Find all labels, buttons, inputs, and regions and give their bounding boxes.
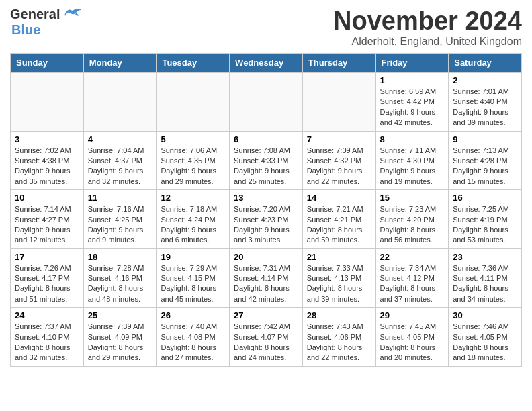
calendar-cell: 3Sunrise: 7:02 AM Sunset: 4:38 PM Daylig…: [11, 131, 84, 190]
day-number: 19: [161, 252, 225, 262]
calendar-cell: 23Sunrise: 7:36 AM Sunset: 4:11 PM Dayli…: [449, 248, 522, 308]
day-number: 14: [307, 193, 371, 203]
calendar-cell: [230, 73, 303, 132]
calendar-cell: 26Sunrise: 7:40 AM Sunset: 4:08 PM Dayli…: [157, 308, 230, 367]
calendar-cell: 6Sunrise: 7:08 AM Sunset: 4:33 PM Daylig…: [230, 131, 303, 190]
calendar-cell: 8Sunrise: 7:11 AM Sunset: 4:30 PM Daylig…: [375, 131, 449, 190]
day-info: Sunrise: 7:28 AM Sunset: 4:16 PM Dayligh…: [88, 263, 152, 305]
calendar-week-1: 1Sunrise: 6:59 AM Sunset: 4:42 PM Daylig…: [11, 73, 522, 132]
weekday-row: SundayMondayTuesdayWednesdayThursdayFrid…: [11, 54, 522, 73]
day-info: Sunrise: 7:04 AM Sunset: 4:37 PM Dayligh…: [88, 146, 152, 187]
day-info: Sunrise: 7:25 AM Sunset: 4:19 PM Dayligh…: [453, 204, 517, 246]
day-info: Sunrise: 7:14 AM Sunset: 4:27 PM Dayligh…: [15, 204, 79, 246]
calendar-week-4: 17Sunrise: 7:26 AM Sunset: 4:17 PM Dayli…: [11, 248, 522, 308]
calendar-week-5: 24Sunrise: 7:37 AM Sunset: 4:10 PM Dayli…: [11, 308, 522, 367]
day-info: Sunrise: 7:01 AM Sunset: 4:40 PM Dayligh…: [453, 87, 517, 128]
day-number: 16: [453, 193, 517, 203]
day-number: 15: [380, 193, 445, 203]
location-subtitle: Alderholt, England, United Kingdom: [333, 36, 522, 48]
day-number: 25: [88, 310, 152, 320]
logo-bird-icon: [62, 7, 83, 22]
calendar-cell: [11, 73, 84, 132]
day-info: Sunrise: 7:06 AM Sunset: 4:35 PM Dayligh…: [161, 146, 225, 187]
day-number: 5: [161, 134, 225, 144]
day-number: 6: [234, 134, 298, 144]
weekday-header-thursday: Thursday: [302, 54, 375, 73]
day-number: 9: [453, 134, 517, 144]
day-number: 28: [307, 310, 371, 320]
calendar-cell: 2Sunrise: 7:01 AM Sunset: 4:40 PM Daylig…: [449, 73, 522, 132]
calendar-cell: [83, 73, 157, 132]
day-number: 27: [234, 310, 298, 320]
day-number: 20: [234, 252, 298, 262]
day-number: 30: [453, 310, 517, 320]
calendar-cell: 11Sunrise: 7:16 AM Sunset: 4:25 PM Dayli…: [83, 190, 157, 249]
day-info: Sunrise: 7:26 AM Sunset: 4:17 PM Dayligh…: [15, 263, 79, 305]
day-info: Sunrise: 7:23 AM Sunset: 4:20 PM Dayligh…: [380, 204, 445, 246]
calendar-cell: 16Sunrise: 7:25 AM Sunset: 4:19 PM Dayli…: [449, 190, 522, 249]
day-number: 3: [15, 134, 79, 144]
day-number: 26: [161, 310, 225, 320]
day-info: Sunrise: 7:40 AM Sunset: 4:08 PM Dayligh…: [161, 322, 225, 363]
day-number: 10: [15, 193, 79, 203]
day-number: 21: [307, 252, 371, 262]
calendar-header: SundayMondayTuesdayWednesdayThursdayFrid…: [11, 54, 522, 73]
calendar-cell: 29Sunrise: 7:45 AM Sunset: 4:05 PM Dayli…: [375, 308, 449, 367]
header: General Blue November 2024 Alderholt, En…: [10, 7, 522, 48]
day-number: 8: [380, 134, 445, 144]
calendar-cell: 7Sunrise: 7:09 AM Sunset: 4:32 PM Daylig…: [302, 131, 375, 190]
day-info: Sunrise: 6:59 AM Sunset: 4:42 PM Dayligh…: [380, 87, 445, 128]
calendar-cell: 30Sunrise: 7:46 AM Sunset: 4:05 PM Dayli…: [449, 308, 522, 367]
calendar-cell: 20Sunrise: 7:31 AM Sunset: 4:14 PM Dayli…: [230, 248, 303, 308]
day-info: Sunrise: 7:43 AM Sunset: 4:06 PM Dayligh…: [307, 322, 371, 363]
calendar-cell: 18Sunrise: 7:28 AM Sunset: 4:16 PM Dayli…: [83, 248, 157, 308]
day-info: Sunrise: 7:31 AM Sunset: 4:14 PM Dayligh…: [234, 263, 298, 305]
day-info: Sunrise: 7:09 AM Sunset: 4:32 PM Dayligh…: [307, 146, 371, 187]
day-info: Sunrise: 7:33 AM Sunset: 4:13 PM Dayligh…: [307, 263, 371, 305]
day-number: 2: [453, 75, 517, 85]
logo-blue-text: Blue: [11, 22, 40, 38]
weekday-header-friday: Friday: [375, 54, 449, 73]
calendar-week-2: 3Sunrise: 7:02 AM Sunset: 4:38 PM Daylig…: [11, 131, 522, 190]
day-info: Sunrise: 7:39 AM Sunset: 4:09 PM Dayligh…: [88, 322, 152, 363]
calendar-cell: 27Sunrise: 7:42 AM Sunset: 4:07 PM Dayli…: [230, 308, 303, 367]
day-info: Sunrise: 7:29 AM Sunset: 4:15 PM Dayligh…: [161, 263, 225, 305]
day-number: 1: [380, 75, 445, 85]
month-title: November 2024: [333, 7, 522, 36]
day-info: Sunrise: 7:46 AM Sunset: 4:05 PM Dayligh…: [453, 322, 517, 363]
calendar-week-3: 10Sunrise: 7:14 AM Sunset: 4:27 PM Dayli…: [11, 190, 522, 249]
logo: General Blue: [10, 7, 83, 38]
calendar-cell: 10Sunrise: 7:14 AM Sunset: 4:27 PM Dayli…: [11, 190, 84, 249]
day-number: 4: [88, 134, 152, 144]
day-info: Sunrise: 7:45 AM Sunset: 4:05 PM Dayligh…: [380, 322, 445, 363]
calendar-table: SundayMondayTuesdayWednesdayThursdayFrid…: [10, 53, 522, 367]
calendar-cell: 5Sunrise: 7:06 AM Sunset: 4:35 PM Daylig…: [157, 131, 230, 190]
calendar-cell: [302, 73, 375, 132]
calendar-cell: 14Sunrise: 7:21 AM Sunset: 4:21 PM Dayli…: [302, 190, 375, 249]
day-number: 13: [234, 193, 298, 203]
day-number: 7: [307, 134, 371, 144]
day-info: Sunrise: 7:34 AM Sunset: 4:12 PM Dayligh…: [380, 263, 445, 305]
title-area: November 2024 Alderholt, England, United…: [333, 7, 522, 48]
page-container: General Blue November 2024 Alderholt, En…: [0, 0, 532, 373]
day-info: Sunrise: 7:42 AM Sunset: 4:07 PM Dayligh…: [234, 322, 298, 363]
day-info: Sunrise: 7:20 AM Sunset: 4:23 PM Dayligh…: [234, 204, 298, 246]
day-info: Sunrise: 7:11 AM Sunset: 4:30 PM Dayligh…: [380, 146, 445, 187]
calendar-cell: 13Sunrise: 7:20 AM Sunset: 4:23 PM Dayli…: [230, 190, 303, 249]
day-info: Sunrise: 7:02 AM Sunset: 4:38 PM Dayligh…: [15, 146, 79, 187]
day-number: 12: [161, 193, 225, 203]
weekday-header-tuesday: Tuesday: [157, 54, 230, 73]
calendar-cell: 19Sunrise: 7:29 AM Sunset: 4:15 PM Dayli…: [157, 248, 230, 308]
day-number: 24: [15, 310, 79, 320]
day-info: Sunrise: 7:16 AM Sunset: 4:25 PM Dayligh…: [88, 204, 152, 246]
calendar-cell: 9Sunrise: 7:13 AM Sunset: 4:28 PM Daylig…: [449, 131, 522, 190]
day-number: 17: [15, 252, 79, 262]
calendar-cell: 22Sunrise: 7:34 AM Sunset: 4:12 PM Dayli…: [375, 248, 449, 308]
day-info: Sunrise: 7:13 AM Sunset: 4:28 PM Dayligh…: [453, 146, 517, 187]
calendar-cell: 25Sunrise: 7:39 AM Sunset: 4:09 PM Dayli…: [83, 308, 157, 367]
day-info: Sunrise: 7:37 AM Sunset: 4:10 PM Dayligh…: [15, 322, 79, 363]
day-info: Sunrise: 7:18 AM Sunset: 4:24 PM Dayligh…: [161, 204, 225, 246]
day-number: 22: [380, 252, 445, 262]
day-info: Sunrise: 7:21 AM Sunset: 4:21 PM Dayligh…: [307, 204, 371, 246]
calendar-cell: 15Sunrise: 7:23 AM Sunset: 4:20 PM Dayli…: [375, 190, 449, 249]
